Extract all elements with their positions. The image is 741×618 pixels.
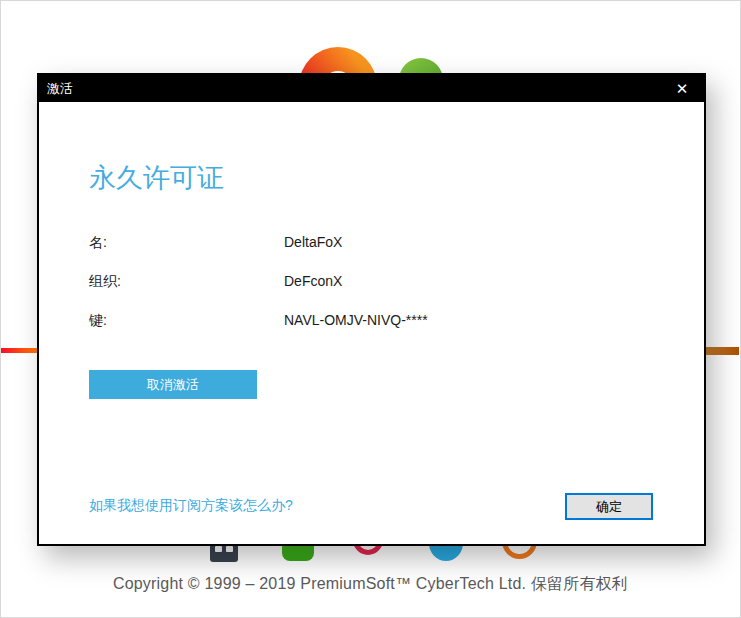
ok-button[interactable]: 确定 — [565, 493, 653, 520]
deactivate-button[interactable]: 取消激活 — [89, 370, 257, 399]
activation-dialog: 激活 ✕ 永久许可证 名: DeltaFoX 组织: DeFconX 键: NA… — [37, 73, 706, 546]
gradient-divider-right — [706, 347, 739, 355]
subscription-plan-link[interactable]: 如果我想使用订阅方案该怎么办? — [89, 497, 293, 515]
copyright-text: Copyright © 1999 – 2019 PremiumSoft™ Cyb… — [1, 574, 740, 595]
key-label: 键: — [89, 312, 107, 330]
gradient-divider-left — [1, 348, 38, 353]
about-background-window: Copyright © 1999 – 2019 PremiumSoft™ Cyb… — [0, 0, 741, 618]
dialog-titlebar: 激活 — [39, 75, 704, 102]
dialog-title: 激活 — [39, 80, 73, 98]
license-heading: 永久许可证 — [89, 160, 224, 196]
name-label: 名: — [89, 234, 107, 252]
organization-label: 组织: — [89, 273, 121, 291]
name-value: DeltaFoX — [284, 234, 342, 250]
close-icon[interactable]: ✕ — [660, 75, 704, 102]
organization-value: DeFconX — [284, 273, 342, 289]
key-value: NAVL-OMJV-NIVQ-**** — [284, 312, 428, 328]
